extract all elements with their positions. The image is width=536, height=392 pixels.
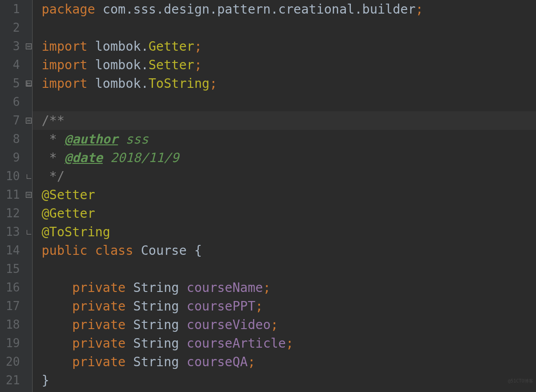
fold-end-icon bbox=[26, 229, 32, 235]
import-prefix: lombok. bbox=[87, 76, 148, 91]
code-line[interactable]: * @date 2018/11/9 bbox=[42, 148, 536, 167]
line-number: 2 bbox=[0, 19, 20, 37]
semicolon: ; bbox=[271, 317, 278, 332]
code-line[interactable]: private String coursePPT; bbox=[42, 297, 536, 316]
import-class: Getter bbox=[148, 39, 194, 54]
line-number-gutter: 1 2 3 4 5 6 7 8 9 10 11 12 13 14 15 16 1… bbox=[0, 0, 25, 392]
line-number: 17 bbox=[0, 297, 20, 316]
code-line[interactable]: * @author sss bbox=[42, 130, 536, 148]
line-number: 14 bbox=[0, 241, 20, 260]
fold-end-icon bbox=[26, 81, 32, 86]
keyword-private: private bbox=[72, 299, 133, 314]
field-name: courseQA bbox=[187, 354, 248, 369]
code-line[interactable]: */ bbox=[42, 167, 536, 186]
line-number: 7 bbox=[0, 111, 20, 130]
import-prefix: lombok. bbox=[87, 39, 148, 54]
semicolon: ; bbox=[210, 76, 217, 91]
semicolon: ; bbox=[255, 299, 263, 314]
keyword-class: class bbox=[95, 243, 141, 258]
fold-end-icon bbox=[26, 173, 32, 179]
code-line-empty[interactable] bbox=[42, 93, 536, 111]
indent bbox=[42, 354, 72, 369]
keyword-import: import bbox=[42, 76, 87, 91]
code-line-empty[interactable] bbox=[42, 19, 536, 37]
javadoc-start: /** bbox=[42, 113, 65, 128]
keyword-private: private bbox=[72, 280, 133, 295]
code-line[interactable]: @Getter bbox=[42, 204, 536, 223]
import-class: ToString bbox=[148, 76, 210, 91]
code-line[interactable]: private String courseQA; bbox=[42, 353, 536, 371]
close-brace: } bbox=[42, 373, 49, 388]
fold-collapse-icon[interactable] bbox=[26, 43, 32, 49]
code-line[interactable]: package com.sss.design.pattern.creationa… bbox=[42, 0, 536, 19]
fold-collapse-icon[interactable] bbox=[26, 192, 32, 198]
class-name: Course bbox=[141, 243, 194, 258]
annotation-setter: @Setter bbox=[42, 187, 95, 202]
line-number: 4 bbox=[0, 56, 20, 74]
line-number: 6 bbox=[0, 93, 20, 111]
semicolon: ; bbox=[416, 2, 423, 17]
semicolon: ; bbox=[286, 336, 293, 351]
annotation-getter: @Getter bbox=[42, 206, 95, 221]
package-name: com.sss.design.pattern.creational.builde… bbox=[95, 2, 416, 17]
javadoc-star: * bbox=[42, 150, 65, 165]
type-string: String bbox=[133, 336, 187, 351]
code-line[interactable]: private String courseArticle; bbox=[42, 334, 536, 353]
field-name: courseArticle bbox=[187, 336, 286, 351]
line-number: 21 bbox=[0, 371, 20, 390]
fold-collapse-icon[interactable] bbox=[26, 118, 32, 124]
annotation-tostring: @ToString bbox=[42, 225, 110, 239]
type-string: String bbox=[133, 354, 187, 369]
indent bbox=[42, 280, 72, 295]
line-number: 3 bbox=[0, 37, 20, 56]
line-number: 13 bbox=[0, 223, 20, 241]
javadoc-date-tag: @date bbox=[65, 150, 103, 165]
code-line[interactable]: public class Course { bbox=[42, 241, 536, 260]
code-line[interactable]: @ToString bbox=[42, 223, 536, 241]
code-line[interactable]: private String courseName; bbox=[42, 278, 536, 297]
import-prefix: lombok. bbox=[87, 57, 148, 72]
code-line[interactable]: import lombok.Setter; bbox=[42, 56, 536, 74]
keyword-package: package bbox=[42, 2, 95, 17]
indent bbox=[42, 317, 72, 332]
code-line-highlighted[interactable]: /** bbox=[33, 111, 536, 130]
field-name: coursePPT bbox=[187, 299, 255, 314]
type-string: String bbox=[133, 317, 187, 332]
indent bbox=[42, 336, 72, 351]
line-number: 9 bbox=[0, 148, 20, 167]
semicolon: ; bbox=[263, 280, 271, 295]
code-line[interactable]: } bbox=[42, 371, 536, 390]
code-line-empty[interactable] bbox=[42, 260, 536, 278]
code-editor[interactable]: 1 2 3 4 5 6 7 8 9 10 11 12 13 14 15 16 1… bbox=[0, 0, 536, 392]
code-content[interactable]: package com.sss.design.pattern.creationa… bbox=[33, 0, 536, 392]
keyword-private: private bbox=[72, 317, 133, 332]
javadoc-star: * bbox=[42, 132, 65, 147]
keyword-private: private bbox=[72, 354, 133, 369]
line-number: 20 bbox=[0, 353, 20, 371]
code-line[interactable]: import lombok.Getter; bbox=[42, 37, 536, 56]
open-brace: { bbox=[194, 243, 202, 258]
type-string: String bbox=[133, 299, 187, 314]
code-line[interactable]: import lombok.ToString; bbox=[42, 74, 536, 93]
line-number: 10 bbox=[0, 167, 20, 186]
keyword-private: private bbox=[72, 336, 133, 351]
keyword-public: public bbox=[42, 243, 95, 258]
semicolon: ; bbox=[248, 354, 255, 369]
watermark: @51CTO博客 bbox=[508, 372, 533, 390]
line-number: 11 bbox=[0, 186, 20, 204]
keyword-import: import bbox=[42, 39, 87, 54]
fold-gutter bbox=[25, 0, 33, 392]
field-name: courseVideo bbox=[187, 317, 270, 332]
javadoc-author-value: sss bbox=[118, 132, 148, 147]
javadoc-author-tag: @author bbox=[65, 132, 118, 147]
code-line[interactable]: @Setter bbox=[42, 186, 536, 204]
keyword-import: import bbox=[42, 57, 87, 72]
line-number: 8 bbox=[0, 130, 20, 148]
line-number: 12 bbox=[0, 204, 20, 223]
indent bbox=[42, 299, 72, 314]
javadoc-end: */ bbox=[42, 169, 65, 184]
line-number: 18 bbox=[0, 316, 20, 334]
code-line[interactable]: private String courseVideo; bbox=[42, 316, 536, 334]
import-class: Setter bbox=[148, 57, 194, 72]
field-name: courseName bbox=[187, 280, 263, 295]
